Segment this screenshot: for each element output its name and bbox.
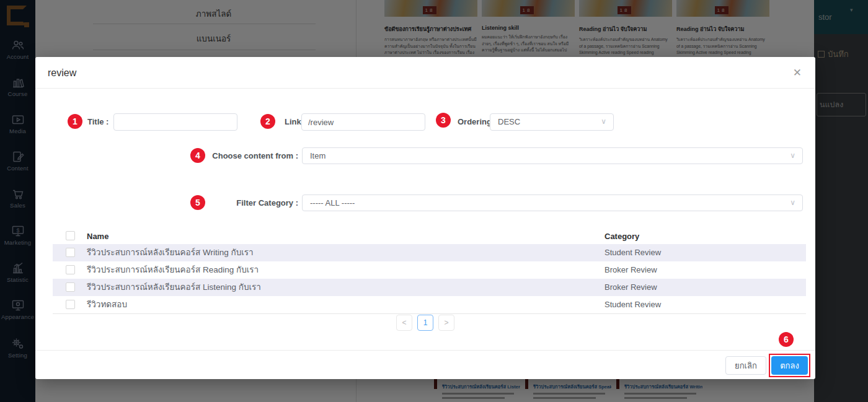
cancel-button[interactable]: ยกเลิก [725, 356, 766, 375]
link-input[interactable] [301, 113, 425, 131]
row-checkbox[interactable] [66, 300, 75, 309]
select-all-checkbox[interactable] [66, 231, 75, 240]
row-name: รีวิวประสบการณ์หลังเรียนคอร์ส Listening … [87, 279, 261, 296]
row-name: รีวิวประสบการณ์หลังเรียนคอร์ส Reading กั… [87, 261, 259, 279]
row-checkbox[interactable] [66, 282, 75, 292]
step-badge-4: 4 [190, 148, 205, 163]
step-badge-5: 5 [190, 195, 205, 210]
chevron-down-icon: ∨ [790, 198, 795, 207]
row-category: Broker Review [604, 261, 657, 279]
current-page-button[interactable]: 1 [417, 315, 433, 331]
table-row[interactable]: รีวิวประสบการณ์หลังเรียนคอร์ส Reading กั… [53, 261, 806, 279]
row-name: รีวิวประสบการณ์หลังเรียนคอร์ส Writing กั… [87, 244, 254, 261]
title-input[interactable] [113, 113, 237, 131]
review-modal: review ✕ 1 Title : 2 Link : 3 Ordering :… [35, 57, 815, 379]
modal-footer [35, 350, 815, 379]
modal-title: review [48, 57, 76, 89]
chevron-down-icon: ∨ [601, 117, 606, 126]
prev-page-button[interactable]: < [396, 315, 412, 331]
content-from-select[interactable]: Item ∨ [302, 147, 803, 164]
column-header-name: Name [87, 228, 108, 245]
content-from-label: Choose content from : [203, 147, 298, 165]
step-badge-6: 6 [779, 332, 794, 347]
close-icon[interactable]: ✕ [793, 66, 802, 79]
row-category: Student Review [604, 244, 661, 261]
row-checkbox[interactable] [66, 265, 75, 274]
row-category: Broker Review [604, 279, 657, 296]
next-page-button[interactable]: > [438, 315, 454, 331]
ordering-select[interactable]: DESC ∨ [490, 113, 614, 131]
modal-header: review ✕ [35, 57, 815, 89]
filter-category-label: Filter Category : [203, 194, 298, 212]
content-from-value: Item [310, 148, 326, 164]
title-label: Title : [87, 113, 108, 131]
step-badge-3: 3 [436, 113, 451, 128]
row-checkbox[interactable] [66, 248, 75, 257]
table-row[interactable]: รีวิวประสบการณ์หลังเรียนคอร์ส Writing กั… [53, 244, 806, 261]
step-badge-1: 1 [68, 114, 82, 129]
step-badge-2: 2 [260, 114, 275, 129]
row-name: รีวิวทดสอบ [87, 296, 127, 313]
filter-category-select[interactable]: ----- ALL ----- ∨ [302, 194, 803, 211]
chevron-down-icon: ∨ [790, 151, 795, 160]
pagination: < 1 > [35, 315, 815, 331]
table-row[interactable]: รีวิวประสบการณ์หลังเรียนคอร์ส Listening … [53, 279, 806, 296]
screen: Account Course Media Content Sales $ Mar… [0, 0, 868, 402]
ordering-value: DESC [498, 114, 520, 130]
table-header-row: Name Category [53, 228, 806, 244]
column-header-category: Category [604, 228, 639, 245]
table-row[interactable]: รีวิวทดสอบ Student Review [53, 296, 806, 313]
row-category: Student Review [604, 296, 661, 313]
ok-button[interactable]: ตกลง [771, 356, 808, 375]
filter-category-value: ----- ALL ----- [310, 195, 355, 211]
